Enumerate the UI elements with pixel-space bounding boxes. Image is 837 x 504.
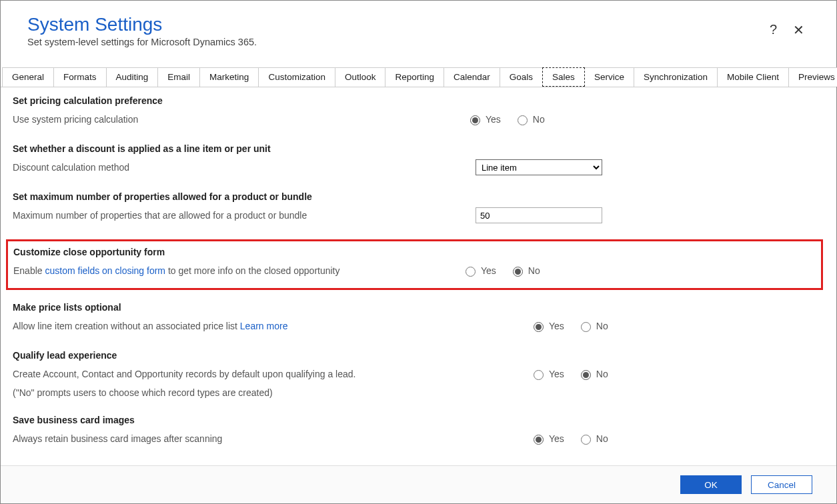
tab-auditing[interactable]: Auditing <box>106 67 159 87</box>
row-pricing: Use system pricing calculation Yes No <box>13 110 816 129</box>
radio-pricelists-yes[interactable]: Yes <box>530 320 564 332</box>
radio-closeopp-no[interactable]: No <box>510 265 540 277</box>
radio-pricelists-no[interactable]: No <box>578 320 608 332</box>
tab-marketing[interactable]: Marketing <box>199 67 259 87</box>
label-bizcard: Always retain business card images after… <box>13 432 453 446</box>
tab-previews[interactable]: Previews <box>788 67 837 87</box>
label-discount: Discount calculation method <box>13 161 453 175</box>
tab-mobile-client[interactable]: Mobile Client <box>717 67 789 87</box>
tab-calendar[interactable]: Calendar <box>444 67 500 87</box>
control-qualify: Yes No <box>530 368 816 380</box>
tab-goals[interactable]: Goals <box>500 67 543 87</box>
section-header-qualify: Qualify lead experience <box>13 350 816 361</box>
dialog-footer: OK Cancel <box>1 465 836 503</box>
tab-email[interactable]: Email <box>157 67 200 87</box>
tab-general[interactable]: General <box>2 67 54 87</box>
section-header-pricelists: Make price lists optional <box>13 302 816 313</box>
radio-closeopp-yes[interactable]: Yes <box>462 265 496 277</box>
radio-bizcard-yes[interactable]: Yes <box>530 433 564 445</box>
radio-pricing-no[interactable]: No <box>514 113 545 125</box>
label-maxprops: Maximum number of properties that are al… <box>13 209 453 223</box>
link-custom-fields-form[interactable]: custom fields on closing form <box>45 265 165 276</box>
help-icon[interactable]: ? <box>770 22 777 38</box>
tab-outlook[interactable]: Outlook <box>335 67 386 87</box>
section-header-bizcard: Save business card images <box>13 415 816 425</box>
section-qualify: Qualify lead experience Create Account, … <box>13 350 816 400</box>
section-maxprops: Set maximum number of properties allowed… <box>13 191 816 225</box>
dialog-subtitle: Set system-level settings for Microsoft … <box>27 37 257 47</box>
section-discount: Set whether a discount is applied as a l… <box>13 143 816 177</box>
label-pricelists: Allow line item creation without an asso… <box>13 319 453 333</box>
radio-pricing-yes[interactable]: Yes <box>467 113 501 125</box>
row-bizcard: Always retain business card images after… <box>13 429 816 448</box>
row-pricelists: Allow line item creation without an asso… <box>13 317 816 335</box>
tab-reporting[interactable]: Reporting <box>385 67 444 87</box>
tab-synchronization[interactable]: Synchronization <box>634 67 718 87</box>
sub-qualify: ("No" prompts users to choose which reco… <box>13 385 816 400</box>
section-pricelists: Make price lists optional Allow line ite… <box>13 302 816 335</box>
tab-customization[interactable]: Customization <box>258 67 335 87</box>
label-closeopp: Enable custom fields on closing form to … <box>13 264 448 278</box>
close-icon[interactable]: ✕ <box>793 22 804 38</box>
header-icons: ? ✕ <box>770 22 810 38</box>
section-header-closeopp: Customize close opportunity form <box>13 247 816 257</box>
row-maxprops: Maximum number of properties that are al… <box>13 206 816 225</box>
control-closeopp: Yes No <box>462 265 816 277</box>
control-discount: Line item <box>476 159 816 175</box>
section-header-pricing: Set pricing calculation preference <box>13 95 816 106</box>
radio-qualify-no[interactable]: No <box>578 368 608 380</box>
content-area[interactable]: Set pricing calculation preference Use s… <box>1 87 836 465</box>
row-discount: Discount calculation method Line item <box>13 158 816 177</box>
ok-button[interactable]: OK <box>680 475 742 494</box>
row-qualify: Create Account, Contact and Opportunity … <box>13 365 816 383</box>
section-bizcard: Save business card images Always retain … <box>13 415 816 448</box>
radio-bizcard-no[interactable]: No <box>578 433 608 445</box>
input-max-properties[interactable] <box>476 207 602 223</box>
label-pricing: Use system pricing calculation <box>13 113 453 127</box>
tab-service[interactable]: Service <box>584 67 634 87</box>
section-header-discount: Set whether a discount is applied as a l… <box>13 143 816 154</box>
dialog-title: System Settings <box>27 14 257 35</box>
system-settings-dialog: System Settings Set system-level setting… <box>0 0 837 504</box>
row-closeopp: Enable custom fields on closing form to … <box>13 261 816 280</box>
dialog-header: System Settings Set system-level setting… <box>1 1 836 67</box>
select-discount-method[interactable]: Line item <box>476 159 602 175</box>
section-pricing: Set pricing calculation preference Use s… <box>13 95 816 129</box>
tab-sales[interactable]: Sales <box>542 67 585 87</box>
link-learn-more-pricelist[interactable]: Learn more <box>240 321 288 331</box>
cancel-button[interactable]: Cancel <box>751 475 812 494</box>
control-bizcard: Yes No <box>530 433 816 445</box>
control-maxprops <box>476 207 816 223</box>
label-qualify: Create Account, Contact and Opportunity … <box>13 367 453 381</box>
control-pricelists: Yes No <box>530 320 816 332</box>
title-block: System Settings Set system-level setting… <box>27 6 257 67</box>
control-pricing: Yes No <box>467 113 816 125</box>
tab-formats[interactable]: Formats <box>53 67 107 87</box>
radio-qualify-yes[interactable]: Yes <box>530 368 564 380</box>
tab-strip: GeneralFormatsAuditingEmailMarketingCust… <box>1 67 836 87</box>
section-closeopp: Customize close opportunity form Enable … <box>13 247 816 280</box>
section-header-maxprops: Set maximum number of properties allowed… <box>13 191 816 202</box>
highlight-close-opportunity: Customize close opportunity form Enable … <box>6 239 823 290</box>
